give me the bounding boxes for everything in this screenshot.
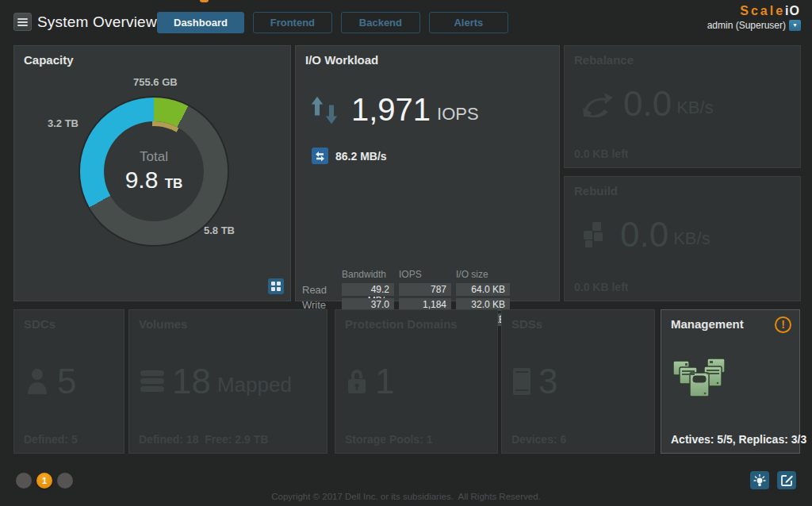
bandwidth-value: 86.2 MB/s bbox=[335, 150, 387, 163]
capacity-label-dark: 5.8 TB bbox=[204, 224, 235, 236]
logo-scale-text: Scale bbox=[740, 4, 785, 17]
capacity-label-green: 755.6 GB bbox=[133, 76, 178, 88]
volumes-stack-icon bbox=[140, 370, 164, 393]
io-row-label: Read bbox=[302, 284, 337, 296]
username-label: admin (Superuser) bbox=[707, 20, 786, 31]
rebalance-remaining: 0.0 KB left bbox=[574, 148, 628, 160]
edit-dashboard-button[interactable] bbox=[777, 471, 796, 489]
rebalance-unit: KB/s bbox=[676, 98, 713, 118]
rebalance-arrows-icon bbox=[582, 90, 614, 117]
volumes-tile[interactable]: Volumes 18 Mapped Defined: 18 Free: 2.9 … bbox=[128, 309, 327, 454]
capacity-label-cyan: 3.2 TB bbox=[48, 117, 79, 129]
tab-frontend[interactable]: Frontend bbox=[253, 12, 332, 33]
user-dropdown-caret-icon[interactable]: ▼ bbox=[789, 20, 801, 31]
page-dots: 1 bbox=[16, 473, 73, 489]
management-tile[interactable]: Management ! bbox=[661, 309, 800, 454]
swap-arrows-icon bbox=[312, 148, 328, 164]
sdss-readout: 3 bbox=[513, 310, 557, 453]
protection-domains-tile[interactable]: Protection Domains 1 Storage Pools: 1 bbox=[335, 309, 498, 454]
page-title: System Overview bbox=[37, 13, 157, 31]
rebalance-value: 0.0 bbox=[623, 84, 672, 124]
capacity-total-value: 9.8 TB bbox=[125, 167, 183, 194]
top-tabs: Dashboard Frontend Backend Alerts bbox=[157, 12, 508, 33]
capacity-panel: Capacity Total 9.8 TB 755.6 GB 3.2 TB 5.… bbox=[13, 45, 291, 301]
warning-icon: ! bbox=[775, 316, 791, 333]
rebuild-unit: KB/s bbox=[673, 228, 710, 249]
page-dot[interactable] bbox=[16, 473, 32, 489]
scaleio-dashboard: System Overview Dashboard Frontend Backe… bbox=[0, 0, 812, 506]
donut-center: Total 9.8 TB bbox=[109, 126, 199, 217]
protection-domains-readout: 1 bbox=[347, 310, 394, 453]
protection-domains-value: 1 bbox=[375, 362, 394, 401]
user-menu: admin (Superuser) ▼ bbox=[707, 20, 801, 31]
io-workload-panel: I/O Workload 1,971 IOPS 86.2 MB/s Bandwi… bbox=[295, 45, 560, 301]
management-title: Management bbox=[671, 317, 744, 331]
rebalance-title: Rebalance bbox=[574, 53, 634, 67]
capacity-total-label: Total bbox=[140, 149, 168, 165]
sdss-tile[interactable]: SDSs 3 Devices: 6 bbox=[501, 309, 655, 454]
management-footer: Actives: 5/5, Replicas: 3/3 bbox=[671, 433, 806, 446]
sdcs-footer: Defined: 5 bbox=[24, 433, 78, 446]
rebuild-readout: 0.0 KB/s bbox=[582, 215, 710, 255]
logo-io-text: iO bbox=[785, 4, 800, 17]
rebuild-remaining: 0.0 KB left bbox=[574, 281, 628, 293]
rebalance-panel: Rebalance 0.0 KB/s 0.0 KB left bbox=[564, 45, 801, 168]
capacity-donut-chart: Total 9.8 TB bbox=[80, 98, 228, 245]
sdcs-value: 5 bbox=[57, 362, 76, 401]
capacity-title: Capacity bbox=[24, 53, 74, 67]
orange-accent-sliver bbox=[200, 0, 209, 2]
io-cell: 49.2 MB/s bbox=[342, 283, 394, 296]
rebuild-panel: Rebuild 0.0 KB/s 0.0 KB left bbox=[564, 176, 801, 301]
io-col-iosize: I/O size bbox=[456, 269, 510, 281]
user-icon bbox=[25, 367, 49, 396]
iops-value: 1,971 bbox=[351, 92, 431, 128]
tab-dashboard[interactable]: Dashboard bbox=[157, 12, 244, 33]
lightbulb-icon bbox=[753, 474, 766, 487]
management-servers-icon bbox=[672, 354, 730, 409]
alerts-lightbulb-button[interactable] bbox=[750, 471, 769, 489]
volumes-readout: 18 Mapped bbox=[140, 310, 292, 453]
page-dot-active[interactable]: 1 bbox=[36, 473, 52, 489]
sdss-footer: Devices: 6 bbox=[511, 433, 566, 446]
sdcs-tile[interactable]: SDCs 5 Defined: 5 bbox=[13, 309, 124, 454]
updown-arrows-icon bbox=[310, 94, 340, 126]
sdss-value: 3 bbox=[538, 362, 557, 401]
rebuild-title: Rebuild bbox=[574, 184, 618, 197]
tab-backend[interactable]: Backend bbox=[341, 12, 420, 33]
lock-icon bbox=[347, 368, 367, 395]
bandwidth-readout: 86.2 MB/s bbox=[312, 148, 387, 164]
sdcs-readout: 5 bbox=[25, 310, 76, 453]
page-dot[interactable] bbox=[57, 473, 73, 489]
volumes-value: 18 bbox=[172, 362, 211, 401]
rebuild-value: 0.0 bbox=[620, 215, 668, 255]
iops-unit: IOPS bbox=[437, 104, 479, 125]
io-cell: 64.0 KB bbox=[456, 283, 510, 296]
protection-domains-footer: Storage Pools: 1 bbox=[345, 433, 432, 446]
server-icon bbox=[513, 368, 530, 395]
rebalance-readout: 0.0 KB/s bbox=[582, 84, 714, 124]
iops-readout: 1,971 IOPS bbox=[310, 92, 479, 128]
io-col-bandwidth: Bandwidth bbox=[342, 269, 394, 281]
tab-alerts[interactable]: Alerts bbox=[429, 12, 508, 33]
io-cell: 787 bbox=[399, 283, 451, 296]
copyright-text: Copyright © 2017 Dell Inc. or its subsid… bbox=[0, 492, 812, 501]
io-col-iops: IOPS bbox=[399, 269, 451, 281]
capacity-expand-button[interactable] bbox=[268, 278, 284, 294]
io-workload-title: I/O Workload bbox=[305, 53, 378, 67]
volumes-suffix: Mapped bbox=[217, 373, 292, 397]
volumes-footer: Defined: 18 Free: 2.9 TB bbox=[139, 433, 268, 446]
edit-icon bbox=[781, 474, 793, 486]
rebuild-blocks-icon bbox=[582, 220, 611, 249]
scaleio-logo: ScaleiO bbox=[740, 4, 800, 18]
menu-hamburger-button[interactable] bbox=[13, 13, 32, 31]
